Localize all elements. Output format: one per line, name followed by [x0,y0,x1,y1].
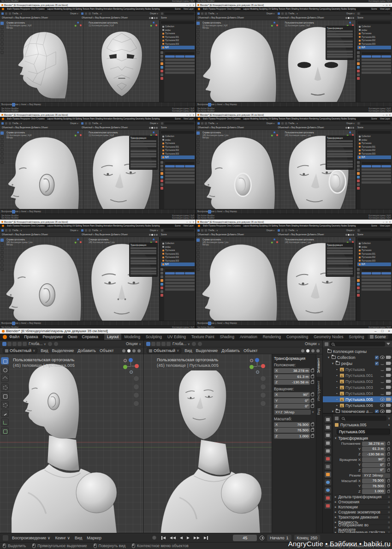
scene-tab[interactable] [325,448,331,454]
render-camera-icon[interactable] [386,362,391,365]
pan-icon[interactable] [260,384,266,390]
playhead[interactable] [208,103,211,107]
outliner-row[interactable]: Пустышка.002 [161,149,195,152]
viewport-left[interactable]: Справа ортогональ(1) Коллекция сцены | К… [0,20,84,102]
disclosure-icon[interactable]: ▾ [331,362,334,365]
gizmo-z-axis[interactable] [255,358,259,362]
transform-floating-panel[interactable]: Трансформация [326,26,354,60]
navigation-gizmo[interactable] [75,22,82,29]
n-panel-tab-1[interactable]: Инструмент [316,377,322,405]
orientation-dropdown[interactable]: Глоба... ∨ [12,122,22,125]
workspace-tab-0[interactable]: Layout [104,334,122,340]
playhead[interactable] [12,210,15,214]
outliner-row[interactable]: Пустышка [161,142,195,145]
transform-floating-panel[interactable]: Трансформация [129,243,158,277]
visibility-eye-icon[interactable] [380,404,385,407]
outliner-row[interactable]: •Пустышка.001 [323,372,392,378]
minimize-button[interactable]: – [383,4,384,6]
viewport-right[interactable]: Пользовательская ортогональ(1) Коллекция… [84,20,160,102]
head-model[interactable] [0,239,84,321]
orientation-dropdown[interactable]: Глоба... ∨ [12,229,22,232]
n-panel-tab-2[interactable]: Вид [316,405,322,418]
lock-icon[interactable] [387,479,390,482]
viewport-right[interactable]: Пользовательская ортогональ (45) теловищ… [144,354,322,533]
zoom-icon[interactable] [260,376,266,382]
solid-shading-icon[interactable] [127,349,131,352]
outliner-row[interactable]: Collection [161,135,195,138]
lock-icon[interactable] [387,442,390,445]
disclosure-icon[interactable]: • [335,374,339,377]
close-button[interactable]: × [193,113,194,116]
outliner-row[interactable]: •Пустышка.002 [323,378,392,384]
transform-field[interactable]: Y0° [274,398,310,403]
outliner-row[interactable]: Collection [357,135,391,138]
viewport-header-left[interactable]: Объектный ∨ Вид Выделение Добавить Объек… [0,233,80,236]
view-layer-selector[interactable]: View Layer [380,8,390,10]
disclosure-icon[interactable]: • [335,392,339,395]
viewport-header-left[interactable]: Объектный ∨ Вид Выделение Добавить Объек… [0,17,80,19]
minimize-button[interactable]: – [374,329,376,333]
mode-dropdown[interactable]: Объектный∨ [147,348,181,353]
material-shading-icon[interactable] [311,349,315,352]
orientation-dropdown[interactable]: Глоба... ∨ [208,122,218,125]
workspace-tab-10[interactable]: Scripting [346,334,367,340]
timeline[interactable]: Воспроизведение ∨ Кеинг ∨ Вид Маркер [196,209,392,214]
outliner-row[interactable]: ▾технические дета...✓ [323,408,392,413]
gizmo-minus-x[interactable] [124,359,127,362]
workspace-tab-6[interactable]: Animation [237,334,260,340]
outliner-row[interactable]: Пустышка.003 [161,259,195,263]
lock-icon[interactable] [311,381,314,384]
outliner-row[interactable]: Пустышка.001 [357,252,391,256]
head-model[interactable] [196,23,280,102]
playhead[interactable] [12,322,15,325]
play-button[interactable] [186,536,190,540]
playhead[interactable] [208,322,211,325]
transform-field[interactable]: Z-130.58 m [274,380,310,385]
checkbox-icon[interactable]: ✓ [375,410,379,413]
close-button[interactable]: × [389,221,391,223]
properties-search[interactable] [340,416,386,421]
viewport-header-left[interactable]: Объектный ∨ Вид Выделение Добавить Объек… [196,126,276,129]
render-camera-icon[interactable] [386,356,391,359]
lock-icon[interactable] [387,490,390,493]
options-dropdown[interactable]: Опции ∨ [266,12,274,15]
outliner-row[interactable]: Пустышка.001 [161,145,195,149]
world-tab[interactable] [325,456,331,462]
workspace-tab-1[interactable]: Modeling [121,334,143,340]
options-dropdown[interactable]: Опции ∨ [150,122,158,125]
editor-type-icon[interactable] [3,535,8,541]
render-camera-icon[interactable] [386,410,391,413]
visibility-eye-icon[interactable] [380,374,385,377]
property-field[interactable]: 61.3 m [362,447,386,452]
disclosure-icon[interactable]: • [335,386,339,389]
lock-icon[interactable] [387,453,390,456]
outliner-row[interactable]: Пустышка.002 [357,149,391,152]
outliner-row[interactable]: Collection [161,25,195,29]
lock-icon[interactable] [311,393,314,396]
camera-view-icon[interactable] [260,392,266,398]
render-camera-icon[interactable] [386,374,391,377]
scene-selector[interactable]: Scene [175,118,181,120]
outliner-row[interactable]: Пустышка.003 [161,152,195,156]
view-layer-selector[interactable]: View Layer [184,225,194,227]
wireframe-shading-icon[interactable] [301,349,304,352]
gizmo-x-axis[interactable] [135,364,139,368]
outliner-row[interactable]: Пустышка.002 [161,39,195,42]
bust-model-three-quarter[interactable] [153,370,276,533]
transform-field[interactable]: X38.278 m [274,368,310,373]
render-camera-icon[interactable] [386,368,391,371]
outliner-row[interactable]: рефы [357,245,391,249]
property-field[interactable]: 76.500 [362,478,386,483]
section-2[interactable]: ▸Коллекции≡ [335,504,390,509]
workspace-tabs[interactable]: Layout Modeling Sculpting UV Editing Tex… [47,225,160,227]
viewport-menu-0[interactable]: Вид [184,348,192,353]
annotate-tool[interactable] [1,410,9,417]
close-button[interactable]: × [193,221,194,223]
orientation-dropdown[interactable]: Глоба... ∨ [29,341,46,346]
maximize-button[interactable]: □ [386,221,387,223]
lock-icon[interactable] [311,375,314,378]
minimize-button[interactable]: – [383,113,384,116]
navigation-gizmo[interactable] [150,22,157,29]
outliner-row[interactable]: Куб [161,263,195,266]
maximize-button[interactable]: □ [386,113,387,116]
